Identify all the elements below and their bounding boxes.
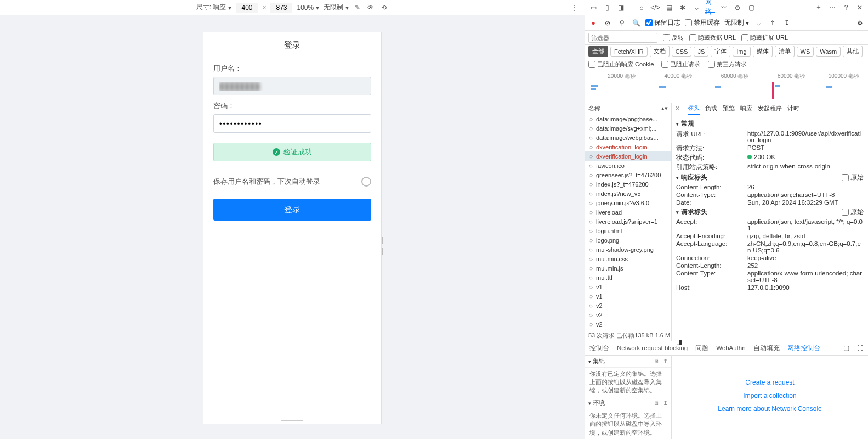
tab-headers[interactable]: 标头 [688,104,700,115]
section-general[interactable]: ▾常规 [676,120,864,128]
file-icon[interactable]: 🗎 [654,358,660,365]
request-row[interactable]: ◇v1 [585,291,671,301]
type-wasm[interactable]: Wasm [816,47,841,57]
elements-icon[interactable]: </> [650,3,660,13]
resize-handle-right[interactable] [382,235,385,257]
more-tools-icon[interactable]: ⋯ [827,3,837,13]
username-input[interactable] [213,77,371,95]
help-icon[interactable]: ? [841,3,851,13]
tab-initiator[interactable]: 发起程序 [758,104,782,114]
network-tab[interactable]: 网络 [705,3,715,13]
drawer-autofill[interactable]: 自动填充 [753,344,780,352]
close-devtools-icon[interactable]: ✕ [855,3,865,13]
search-icon[interactable]: 🔍 [631,18,641,28]
request-row[interactable]: ◇index.js?_t=476200 [585,179,671,189]
request-row[interactable]: ◇index.js?new_v5 [585,189,671,198]
console-icon[interactable]: ▤ [664,3,674,13]
drawer-collection-header[interactable]: ▾集锦 🗎↥ [585,356,671,368]
drawer-webauthn[interactable]: WebAuthn [716,345,746,351]
more-icon[interactable]: ⋮ [570,3,579,12]
request-row[interactable]: ◇jquery.min.js?v3.6.0 [585,198,671,207]
drawer-issues[interactable]: 问题 [695,344,708,352]
login-button[interactable]: 登录 [213,199,371,221]
request-row[interactable]: ◇livereload.js?snipver=1 [585,217,671,226]
inspect-icon[interactable]: ▭ [588,3,598,13]
blocked-req-checkbox[interactable]: 已阻止请求 [661,60,700,69]
type-css[interactable]: CSS [672,47,692,57]
zoom-select[interactable]: 100% ▾ [297,4,319,12]
upload3-icon[interactable]: ↥ [663,399,668,407]
clear-icon[interactable]: ⊘ [603,18,612,28]
eye-icon[interactable]: 👁 [366,3,375,12]
section-response-headers[interactable]: ▾响应标头 原始 [676,173,864,182]
type-media[interactable]: 媒体 [753,46,773,57]
panel-icon[interactable]: ◨ [616,3,626,13]
throttle-select[interactable]: 无限制 ▾ [324,3,349,12]
throttle-dropdown[interactable]: 无限制 ▾ [724,18,749,27]
request-row[interactable]: ◇logo.png [585,235,671,245]
request-row[interactable]: ◇data:image/webp;bas... [585,133,671,142]
request-row[interactable]: ◇data:image/svg+xml;... [585,123,671,133]
wifi-icon[interactable]: ⌵ [691,3,701,13]
home-icon[interactable]: ⌂ [637,3,646,13]
height-input[interactable] [270,3,292,13]
filter-input[interactable] [588,33,657,43]
drawer-env-header[interactable]: ▾环境 🗎↥ [585,397,671,409]
blocked-cookie-checkbox[interactable]: 已阻止的响应 Cookie [588,60,654,69]
type-doc[interactable]: 文档 [650,46,670,57]
close-detail-icon[interactable]: ✕ [675,105,680,114]
drawer-network-console[interactable]: 网络控制台 [787,344,820,352]
create-request-link[interactable]: Create a request [745,379,794,386]
upload2-icon[interactable]: ↥ [663,358,668,365]
sources-icon[interactable]: ✱ [678,3,688,13]
request-row[interactable]: ◇favicon.ico [585,161,671,170]
type-ws[interactable]: WS [797,47,814,57]
drawer-dock-icon[interactable]: ▢ [843,344,849,352]
rotate-icon[interactable]: ⟲ [379,3,388,12]
request-row[interactable]: ◇v1 [585,282,671,291]
request-list-header[interactable]: 名称▴▾ [585,103,671,114]
disable-cache-checkbox[interactable]: 禁用缓存 [685,18,720,27]
tab-response[interactable]: 响应 [740,104,752,114]
drawer-nrb[interactable]: Network request blocking [617,345,688,351]
request-row[interactable]: ◇v2 [585,301,671,310]
type-img[interactable]: Img [733,47,750,57]
request-row[interactable]: ◇login.html [585,226,671,235]
panel-toggle-icon[interactable]: ◨ [676,338,682,346]
settings-icon[interactable]: ⚙ [855,18,865,28]
request-row[interactable]: ◇greenseer.js?_t=476200 [585,170,671,179]
width-input[interactable] [236,3,258,13]
filter-icon[interactable]: ⚲ [617,18,627,28]
preserve-log-checkbox[interactable]: 保留日志 [645,18,680,27]
import-collection-link[interactable]: Import a collection [743,392,796,399]
password-input[interactable] [213,114,371,133]
upload-icon[interactable]: ↥ [768,18,778,28]
type-js[interactable]: JS [694,47,708,57]
resize-handle-bottom[interactable] [203,418,381,424]
drawer-console[interactable]: 控制台 [589,344,609,352]
section-request-headers[interactable]: ▾请求标头 原始 [676,208,864,216]
size-label[interactable]: 尺寸: 响应 ▾ [196,3,232,12]
tab-payload[interactable]: 负载 [705,104,717,114]
type-all[interactable]: 全部 [588,46,608,57]
download-icon[interactable]: ↧ [782,18,792,28]
request-row[interactable]: ◇dxverification_login [585,142,671,151]
detail-body[interactable]: ▾常规 请求 URL:http://127.0.0.1:9090/user/ap… [672,115,868,341]
memory-icon[interactable]: ⊙ [733,3,742,13]
invert-checkbox[interactable]: 反转 [663,33,684,42]
device-icon[interactable]: ▯ [602,3,612,13]
wifi2-icon[interactable]: ⌵ [753,18,763,28]
request-row[interactable]: ◇v2 [585,310,671,319]
file2-icon[interactable]: 🗎 [654,399,660,407]
save-switch[interactable] [361,177,371,187]
request-row[interactable]: ◇mui.ttf [585,273,671,282]
record-icon[interactable]: ● [588,18,598,28]
network-overview[interactable]: 20000 毫秒 40000 毫秒 60000 毫秒 80000 毫秒 1000… [585,71,868,103]
application-icon[interactable]: ▢ [746,3,756,13]
request-row[interactable]: ◇livereload [585,207,671,217]
tab-timing[interactable]: 计时 [787,104,799,114]
third-party-checkbox[interactable]: 第三方请求 [708,60,747,69]
hide-data-url-checkbox[interactable]: 隐藏数据 URL [689,33,736,42]
learn-more-link[interactable]: Learn more about Network Console [718,405,821,413]
hide-ext-url-checkbox[interactable]: 隐藏扩展 URL [741,33,788,42]
